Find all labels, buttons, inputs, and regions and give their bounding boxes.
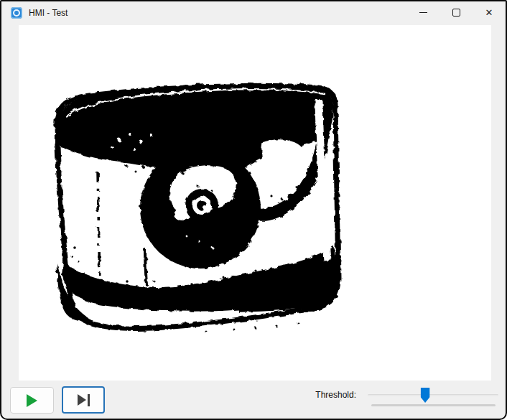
app-icon-ring — [13, 9, 20, 17]
close-button[interactable]: ✕ — [473, 1, 506, 24]
threshold-image: Binarized black-and-white threshold came… — [19, 25, 491, 381]
step-forward-icon — [78, 394, 90, 406]
step-forward-button[interactable] — [62, 386, 105, 414]
play-icon — [27, 394, 37, 407]
window-controls: ✕ — [406, 1, 506, 24]
play-button[interactable] — [10, 387, 54, 414]
maximize-icon — [452, 9, 460, 17]
app-icon — [11, 7, 22, 19]
minimize-icon — [419, 12, 427, 13]
threshold-slider[interactable] — [368, 386, 498, 406]
threshold-label: Threshold: — [306, 390, 356, 400]
step-forward-icon-bar — [88, 394, 90, 406]
threshold-slider-thumb[interactable] — [421, 388, 430, 403]
maximize-button[interactable] — [439, 1, 473, 24]
window-title: HMI - Test — [29, 8, 68, 18]
close-icon: ✕ — [485, 8, 493, 17]
image-canvas: Binarized black-and-white threshold came… — [19, 25, 491, 381]
threshold-slider-track[interactable] — [368, 394, 498, 396]
threshold-slider-lower-line — [371, 404, 496, 406]
app-window: HMI - Test ✕ Binarized black-and-white t… — [0, 0, 507, 420]
title-bar[interactable]: HMI - Test ✕ — [1, 1, 506, 24]
step-forward-icon-triangle — [78, 394, 86, 406]
minimize-button[interactable] — [406, 1, 439, 24]
